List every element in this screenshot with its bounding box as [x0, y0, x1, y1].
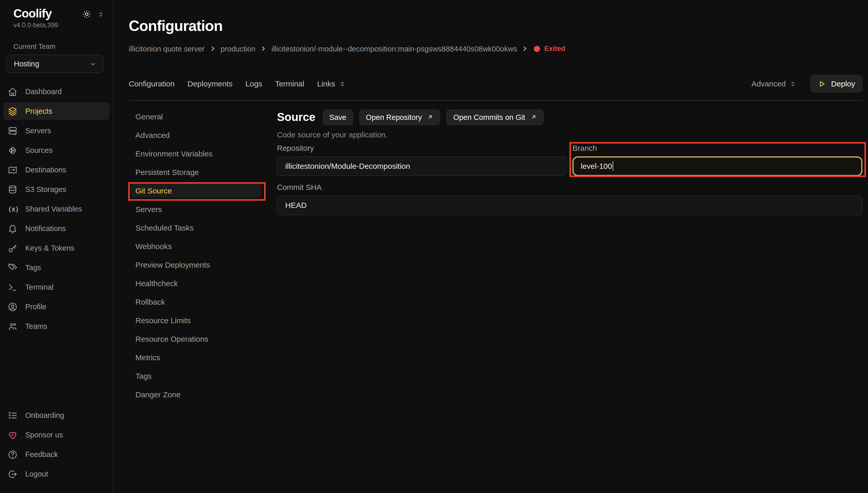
- branch-label: Branch: [572, 143, 862, 153]
- subnav-item-preview-deployments[interactable]: Preview Deployments: [131, 258, 261, 272]
- external-link-icon: [427, 114, 434, 121]
- save-button[interactable]: Save: [322, 110, 353, 125]
- source-fields: Repository illicitestonion/Module-Decomp…: [277, 143, 862, 215]
- subnav: General Advanced Environment Variables P…: [129, 110, 277, 406]
- logout-icon: [8, 469, 18, 479]
- sidebar-item-label: Sponsor us: [25, 431, 63, 439]
- user-circle-icon: [8, 302, 18, 312]
- sidebar-item-sponsor-us[interactable]: Sponsor us: [3, 426, 110, 444]
- subnav-item-persistent-storage[interactable]: Persistent Storage: [131, 165, 261, 179]
- sidebar-item-label: Feedback: [25, 450, 58, 458]
- subnav-item-healthcheck[interactable]: Healthcheck: [131, 276, 261, 290]
- subnav-item-resource-operations[interactable]: Resource Operations: [131, 332, 261, 346]
- sidebar-item-terminal[interactable]: Terminal: [3, 279, 110, 296]
- subnav-item-general[interactable]: General: [131, 110, 261, 124]
- subnav-item-scheduled-tasks[interactable]: Scheduled Tasks: [131, 221, 261, 235]
- sidebar-item-shared-variables[interactable]: (x) Shared Variables: [3, 200, 110, 218]
- sidebar-item-profile[interactable]: Profile: [3, 298, 110, 316]
- sun-theme-icon[interactable]: [82, 10, 91, 19]
- tab-links[interactable]: Links: [317, 80, 346, 88]
- sidebar-item-label: Servers: [25, 127, 51, 135]
- branch-input[interactable]: level-100: [572, 156, 862, 176]
- source-description: Code source of your application.: [277, 130, 862, 139]
- sidebar-item-teams[interactable]: Teams: [3, 318, 110, 335]
- commit-sha-input[interactable]: HEAD: [277, 196, 862, 215]
- sidebar-item-onboarding[interactable]: Onboarding: [3, 407, 110, 424]
- sidebar-item-notifications[interactable]: Notifications: [3, 220, 110, 237]
- sidebar: Coolify v4.0.0-beta.399 Current Team Hos…: [0, 0, 113, 493]
- sidebar-item-dashboard[interactable]: Dashboard: [3, 83, 110, 101]
- logo-icons: [82, 10, 105, 19]
- sidebar-item-servers[interactable]: Servers: [3, 122, 110, 140]
- subnav-item-danger-zone[interactable]: Danger Zone: [131, 387, 261, 401]
- sidebar-nav: Dashboard Projects Servers Sources Desti…: [0, 83, 113, 335]
- app-logo: Coolify: [14, 7, 52, 20]
- commit-sha-value: HEAD: [285, 201, 306, 210]
- subnav-item-git-source[interactable]: Git Source: [131, 184, 261, 198]
- deploy-button[interactable]: Deploy: [811, 75, 862, 93]
- sidebar-item-label: Teams: [25, 322, 47, 330]
- map-icon: [8, 165, 18, 175]
- subnav-item-label: Git Source: [135, 186, 172, 195]
- external-link-icon: [530, 114, 537, 121]
- breadcrumb-project[interactable]: illicitonion quote server: [129, 45, 205, 53]
- open-commits-button[interactable]: Open Commits on Git: [447, 110, 544, 125]
- git-source-form: Source Save Open Repository Open Commits…: [277, 110, 862, 406]
- chevron-up-down-icon: [789, 80, 797, 87]
- advanced-dropdown[interactable]: Advanced: [751, 80, 797, 88]
- tab-configuration[interactable]: Configuration: [129, 80, 174, 88]
- breadcrumb: illicitonion quote server production ill…: [129, 45, 862, 53]
- sidebar-item-label: Onboarding: [25, 411, 64, 420]
- advanced-label: Advanced: [751, 80, 786, 88]
- save-label: Save: [329, 113, 346, 122]
- open-commits-label: Open Commits on Git: [453, 113, 525, 122]
- repository-field: Repository illicitestonion/Module-Decomp…: [277, 143, 567, 176]
- branch-value: level-100: [581, 162, 612, 171]
- tabs-divider: [129, 100, 862, 101]
- sidebar-item-label: Keys & Tokens: [25, 244, 75, 252]
- sidebar-item-label: S3 Storages: [25, 186, 66, 194]
- tab-links-label: Links: [317, 80, 335, 88]
- home-icon: [8, 87, 18, 97]
- bell-icon: [8, 224, 18, 234]
- variable-icon: (x): [8, 205, 18, 213]
- sidebar-item-destinations[interactable]: Destinations: [3, 161, 110, 179]
- tab-logs[interactable]: Logs: [246, 80, 262, 88]
- tabs: Configuration Deployments Logs Terminal …: [129, 80, 346, 88]
- breadcrumb-application[interactable]: illicitestonion/-module--decomposition:m…: [271, 45, 517, 53]
- chevron-up-down-icon[interactable]: [97, 10, 105, 18]
- tab-terminal[interactable]: Terminal: [275, 80, 304, 88]
- subnav-item-metrics[interactable]: Metrics: [131, 350, 261, 364]
- subnav-item-webhooks[interactable]: Webhooks: [131, 239, 261, 253]
- play-icon: [818, 80, 826, 88]
- tab-deployments[interactable]: Deployments: [187, 80, 232, 88]
- sidebar-item-projects[interactable]: Projects: [3, 103, 110, 120]
- sidebar-item-logout[interactable]: Logout: [3, 465, 110, 483]
- subnav-item-rollback[interactable]: Rollback: [131, 295, 261, 309]
- app-window: Coolify v4.0.0-beta.399 Current Team Hos…: [0, 0, 868, 493]
- sidebar-item-s3-storages[interactable]: S3 Storages: [3, 181, 110, 198]
- sidebar-item-keys-tokens[interactable]: Keys & Tokens: [3, 239, 110, 257]
- chevron-right-icon: [209, 46, 216, 52]
- chevron-right-icon: [260, 46, 267, 52]
- sidebar-item-label: Dashboard: [25, 88, 62, 96]
- commit-sha-label: Commit SHA: [277, 182, 862, 192]
- status-badge: Exited: [534, 45, 565, 53]
- subnav-item-advanced[interactable]: Advanced: [131, 128, 261, 142]
- subnav-item-environment-variables[interactable]: Environment Variables: [131, 147, 261, 160]
- sidebar-item-sources[interactable]: Sources: [3, 142, 110, 159]
- status-dot-icon: [534, 46, 540, 52]
- breadcrumb-environment[interactable]: production: [220, 45, 255, 53]
- sidebar-item-label: Tags: [25, 264, 41, 272]
- team-select[interactable]: Hosting: [6, 55, 104, 73]
- open-repository-button[interactable]: Open Repository: [359, 110, 441, 125]
- sidebar-item-feedback[interactable]: Feedback: [3, 446, 110, 463]
- server-icon: [8, 126, 18, 136]
- sidebar-item-tags[interactable]: Tags: [3, 259, 110, 277]
- sidebar-item-label: Notifications: [25, 224, 66, 233]
- repository-input[interactable]: illicitestonion/Module-Decomposition: [277, 156, 567, 176]
- subnav-item-servers[interactable]: Servers: [131, 202, 261, 216]
- subnav-item-tags[interactable]: Tags: [131, 369, 261, 383]
- sidebar-item-label: Shared Variables: [25, 205, 82, 213]
- subnav-item-resource-limits[interactable]: Resource Limits: [131, 314, 261, 327]
